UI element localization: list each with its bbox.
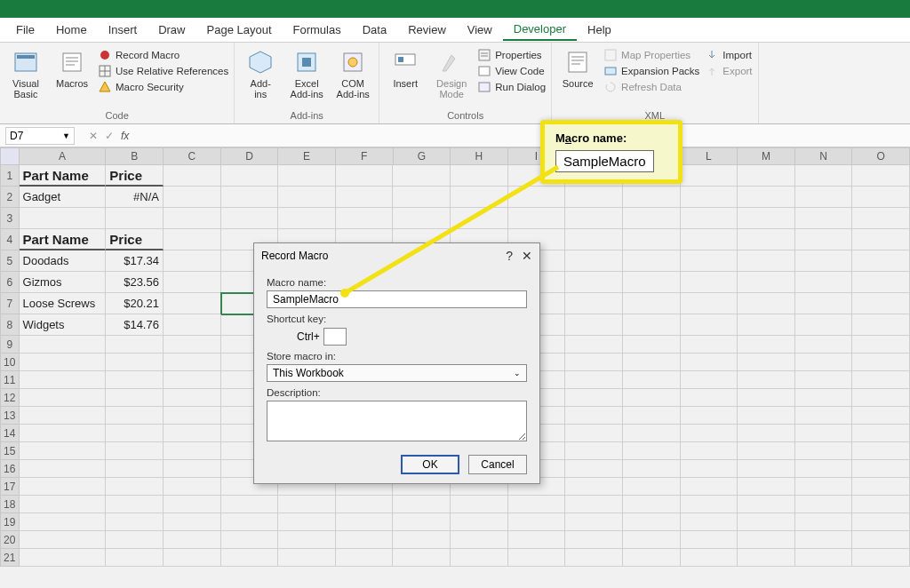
col-header[interactable]: M	[738, 147, 795, 165]
cell[interactable]	[852, 371, 910, 389]
cell[interactable]	[393, 549, 451, 567]
cell[interactable]	[738, 208, 795, 229]
col-header[interactable]: G	[394, 147, 451, 165]
cell[interactable]	[623, 531, 681, 549]
row-header[interactable]: 6	[0, 272, 20, 293]
cell[interactable]	[738, 531, 795, 549]
cell[interactable]	[20, 425, 107, 442]
ok-button[interactable]: OK	[401, 455, 459, 474]
cell[interactable]	[221, 531, 279, 549]
row-header[interactable]: 14	[0, 425, 20, 442]
cell[interactable]	[278, 165, 336, 187]
cell[interactable]	[393, 496, 451, 513]
cell[interactable]	[681, 272, 738, 293]
cell[interactable]	[623, 442, 681, 460]
cell[interactable]	[795, 354, 853, 371]
cell[interactable]	[738, 371, 795, 389]
cell[interactable]	[106, 460, 164, 478]
row-header[interactable]: 11	[0, 371, 20, 389]
cell[interactable]	[20, 460, 107, 478]
cell[interactable]	[681, 389, 738, 407]
cell[interactable]	[795, 272, 853, 293]
cell[interactable]	[164, 460, 221, 478]
cell[interactable]: Doodads	[20, 250, 107, 272]
cell[interactable]	[623, 513, 681, 531]
cell[interactable]	[852, 229, 910, 250]
cell[interactable]	[565, 460, 623, 478]
cell[interactable]	[795, 407, 853, 425]
cell[interactable]	[451, 165, 508, 187]
tab-home[interactable]: Home	[45, 20, 98, 40]
cell[interactable]	[795, 442, 853, 460]
cell[interactable]	[738, 496, 795, 513]
cell[interactable]	[681, 187, 738, 208]
properties-button[interactable]: Properties	[477, 48, 546, 62]
col-header[interactable]: E	[278, 147, 336, 165]
select-all-corner[interactable]	[0, 147, 20, 165]
cell[interactable]	[565, 371, 623, 389]
col-header[interactable]: H	[451, 147, 508, 165]
row-header[interactable]: 9	[0, 336, 20, 354]
cell[interactable]	[623, 336, 681, 354]
cell[interactable]	[20, 407, 107, 425]
cell[interactable]: $20.21	[106, 293, 164, 314]
cell[interactable]	[106, 496, 164, 513]
cell[interactable]: Gizmos	[20, 272, 107, 293]
cell[interactable]	[681, 293, 738, 314]
col-header[interactable]: B	[106, 147, 164, 165]
cell[interactable]	[795, 165, 853, 187]
col-header[interactable]: D	[221, 147, 279, 165]
row-header[interactable]: 3	[0, 208, 20, 229]
export-button[interactable]: Export	[705, 64, 752, 78]
cell[interactable]	[623, 208, 681, 229]
cell[interactable]: Price	[106, 165, 164, 187]
cell[interactable]: #N/A	[106, 187, 164, 208]
cell[interactable]	[336, 549, 394, 567]
cell[interactable]	[681, 513, 738, 531]
name-box[interactable]: D7▼	[5, 127, 75, 145]
cell[interactable]	[221, 513, 279, 531]
cell[interactable]	[681, 407, 738, 425]
cell[interactable]	[623, 460, 681, 478]
cell[interactable]	[795, 549, 853, 567]
description-input[interactable]	[267, 401, 527, 441]
tab-insert[interactable]: Insert	[98, 20, 148, 40]
col-header[interactable]: F	[336, 147, 394, 165]
cell[interactable]	[278, 208, 336, 229]
cell[interactable]	[20, 354, 107, 371]
cell[interactable]	[565, 208, 623, 229]
cell[interactable]	[852, 389, 910, 407]
cell[interactable]	[164, 513, 221, 531]
row-header[interactable]: 15	[0, 442, 20, 460]
cell[interactable]	[681, 460, 738, 478]
cell[interactable]	[565, 425, 623, 442]
cell[interactable]	[795, 250, 853, 272]
cell[interactable]	[623, 389, 681, 407]
view-code-button[interactable]: View Code	[477, 64, 546, 78]
cell[interactable]	[393, 531, 451, 549]
cell[interactable]	[623, 250, 681, 272]
cell[interactable]	[565, 478, 623, 496]
cell[interactable]	[623, 354, 681, 371]
cell[interactable]	[681, 442, 738, 460]
cell[interactable]	[20, 478, 107, 496]
cell[interactable]	[106, 336, 164, 354]
cell[interactable]	[565, 549, 623, 567]
cell[interactable]	[164, 250, 221, 272]
cell[interactable]	[738, 354, 795, 371]
col-header[interactable]: N	[795, 147, 853, 165]
cell[interactable]	[565, 314, 623, 336]
help-icon[interactable]: ?	[506, 249, 513, 263]
cell[interactable]	[106, 478, 164, 496]
row-header[interactable]: 7	[0, 293, 20, 314]
cell[interactable]	[106, 442, 164, 460]
cell[interactable]	[738, 250, 795, 272]
cell[interactable]	[795, 496, 853, 513]
cell[interactable]	[278, 187, 336, 208]
cell[interactable]	[565, 354, 623, 371]
cell[interactable]	[278, 496, 336, 513]
cell[interactable]	[738, 442, 795, 460]
record-macro-button[interactable]: Record Macro	[98, 48, 228, 62]
cell[interactable]	[508, 187, 566, 208]
cell[interactable]	[451, 208, 508, 229]
